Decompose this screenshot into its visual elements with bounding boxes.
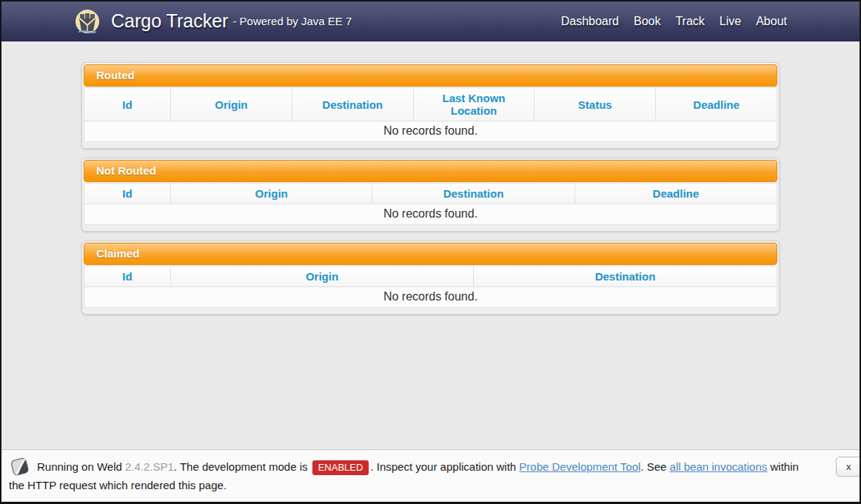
app-title: Cargo Tracker	[111, 10, 228, 32]
weld-bar-close-button[interactable]: x	[836, 457, 861, 477]
routed-col-last-known-location: Last Known Location	[413, 88, 535, 121]
brand: Cargo Tracker - Powered by Java EE 7	[74, 8, 561, 35]
claimed-col-destination: Destination	[474, 266, 777, 287]
weld-enabled-badge: ENABLED	[312, 460, 369, 475]
app-header: Cargo Tracker - Powered by Java EE 7 Das…	[1, 1, 860, 41]
weld-version: 2.4.2.SP1	[125, 460, 174, 473]
weld-inspect-text: . Inspect your application with	[370, 460, 519, 473]
not-routed-col-destination: Destination	[372, 184, 574, 204]
nav-dashboard[interactable]: Dashboard	[561, 15, 619, 28]
not-routed-empty-message: No records found.	[84, 204, 777, 225]
dashboard-main: Routed Id Origin Destination Last Known …	[1, 41, 860, 449]
routed-col-deadline: Deadline	[656, 88, 777, 121]
not-routed-header-row: Id Origin Destination Deadline	[84, 184, 777, 204]
claimed-col-id: Id	[84, 266, 171, 287]
panel-routed: Routed Id Origin Destination Last Known …	[81, 62, 780, 149]
panel-not-routed: Not Routed Id Origin Destination Deadlin…	[81, 158, 780, 232]
not-routed-table: Id Origin Destination Deadline No record…	[84, 183, 777, 225]
weld-running-text: Running on Weld	[37, 460, 125, 473]
nav-live[interactable]: Live	[720, 15, 741, 28]
main-nav: Dashboard Book Track Live About	[561, 15, 787, 28]
routed-col-destination: Destination	[292, 88, 413, 121]
app-subtitle: - Powered by Java EE 7	[232, 15, 352, 27]
panel-routed-header: Routed	[84, 64, 777, 87]
weld-see-text: . See	[640, 460, 669, 473]
nav-track[interactable]: Track	[675, 15, 704, 28]
not-routed-col-origin: Origin	[171, 184, 372, 204]
claimed-empty-message: No records found.	[84, 287, 777, 308]
not-routed-col-deadline: Deadline	[574, 184, 777, 204]
panel-not-routed-header: Not Routed	[84, 160, 777, 182]
routed-empty-row: No records found.	[84, 121, 777, 142]
claimed-empty-row: No records found.	[84, 287, 777, 308]
nav-book[interactable]: Book	[634, 15, 660, 28]
probe-development-tool-link[interactable]: Probe Development Tool	[519, 460, 640, 473]
weld-logo-icon	[9, 456, 31, 477]
routed-table: Id Origin Destination Last Known Locatio…	[84, 87, 777, 142]
nav-about[interactable]: About	[756, 15, 787, 28]
routed-empty-message: No records found.	[84, 121, 777, 142]
routed-col-origin: Origin	[171, 88, 292, 121]
routed-col-status: Status	[535, 88, 656, 121]
panel-claimed: Claimed Id Origin Destination No records…	[81, 241, 780, 315]
routed-header-row: Id Origin Destination Last Known Locatio…	[84, 88, 777, 121]
weld-message: Running on Weld 2.4.2.SP1. The developme…	[9, 456, 808, 494]
cargo-ship-logo-icon	[74, 8, 101, 35]
claimed-col-origin: Origin	[171, 266, 474, 287]
claimed-table: Id Origin Destination No records found.	[84, 266, 777, 308]
claimed-header-row: Id Origin Destination	[84, 266, 777, 287]
cargo-tracker-page: { "header": { "title": "Cargo Tracker", …	[0, 0, 861, 504]
weld-mode-text: . The development mode is	[174, 460, 311, 473]
all-bean-invocations-link[interactable]: all bean invocations	[670, 460, 768, 473]
not-routed-col-id: Id	[84, 184, 171, 204]
routed-col-id: Id	[84, 88, 171, 121]
weld-dev-bar: Running on Weld 2.4.2.SP1. The developme…	[1, 449, 860, 502]
panel-claimed-header: Claimed	[84, 243, 777, 265]
not-routed-empty-row: No records found.	[84, 204, 777, 225]
